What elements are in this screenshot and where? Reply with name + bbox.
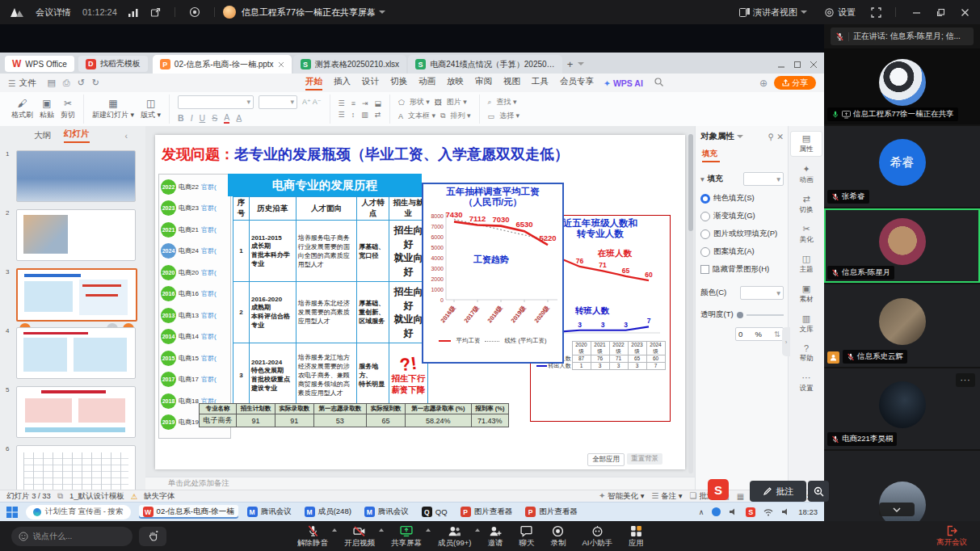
all-apps-button[interactable]: 全部应用 (587, 453, 625, 466)
tab-list-chevron-icon[interactable] (578, 62, 584, 65)
bold-button[interactable]: B (178, 113, 184, 123)
rail-主题[interactable]: ◫主题 (791, 252, 822, 276)
thumbnail-slide-1[interactable]: 1 (16, 150, 136, 202)
fullscreen-button[interactable] (871, 7, 881, 18)
rail-属性[interactable]: ▤属性 (790, 131, 822, 157)
save-icon[interactable]: ▤ (47, 78, 55, 88)
menu-放映[interactable]: 放映 (447, 76, 464, 90)
font-family-select[interactable]: ▾ (178, 95, 254, 109)
menu-动画[interactable]: 动画 (418, 76, 435, 90)
search-icon[interactable] (654, 78, 663, 88)
underline-button[interactable]: U (200, 113, 206, 123)
close-panel-icon[interactable]: ✕ (776, 132, 784, 141)
taskbar-app-图片查看器[interactable]: P图片查看器 (456, 505, 517, 519)
tray-speaker-icon[interactable] (729, 507, 738, 516)
bottom-record-button[interactable]: 录制 (550, 524, 566, 549)
fill-tab[interactable]: 填充 (702, 149, 720, 162)
taskbar-app-QQ[interactable]: QQQ (418, 505, 452, 519)
start-button[interactable] (6, 507, 18, 518)
thumbnail-slide-5[interactable]: 5 (16, 386, 136, 438)
thumbnail-slide-4[interactable]: 4 (16, 327, 136, 379)
docer-template-button[interactable]: D 找稻壳模板 (78, 56, 148, 72)
rail-动画[interactable]: ✦动画 (791, 162, 822, 187)
radio-gradient-fill[interactable]: 渐变填充(G) (700, 211, 784, 221)
thumbnail-slide-3[interactable]: 3▶✦+ (16, 268, 136, 322)
collapse-panel-icon[interactable]: ‹ (125, 131, 128, 141)
align-center-button[interactable]: ☰ (339, 111, 345, 119)
tab-outline[interactable]: 大纲 (34, 130, 51, 141)
columns-button[interactable]: ▥ (361, 111, 368, 119)
speaking-status-bar[interactable]: 正在讲话: 信息系-陈星月; 信... (831, 27, 974, 45)
menu-工具[interactable]: 工具 (532, 76, 549, 90)
bottom-invite-button[interactable]: 邀请 (487, 524, 503, 549)
canvas-scrollbar[interactable] (688, 134, 693, 473)
tray-expand-icon[interactable]: ∧ (699, 508, 705, 516)
document-tab[interactable]: S 测算表格20250210.xlsx (293, 55, 407, 74)
slide-canvas[interactable]: 发现问题：老专业的发展瓶颈（毕业工资、入学意愿双双走低） 2022电商22官群(… (145, 126, 695, 529)
rail-美化[interactable]: ✂美化 (791, 222, 822, 246)
tray-sogou-icon[interactable]: S (746, 507, 755, 517)
template-name[interactable]: 1_默认设计模板 (69, 491, 124, 502)
layout-button[interactable]: ◫版式 ▾ (141, 99, 161, 120)
arrange-button[interactable]: 排列 ▾ (450, 111, 470, 121)
collapse-videos-button[interactable] (879, 503, 915, 516)
rail-素材[interactable]: ▣素材 (791, 282, 822, 306)
line-spacing-button[interactable]: ↕ (351, 111, 355, 119)
thumbnail-image[interactable] (16, 386, 136, 438)
notes-button[interactable]: ☰ 备注 ▾ (652, 491, 683, 502)
taskbar-app-腾讯会议[interactable]: M腾讯会议 (360, 505, 413, 519)
opacity-slider[interactable] (737, 312, 743, 318)
print-icon[interactable]: ⎙ (63, 78, 70, 88)
taskbar-search-box[interactable]: 计划生育 宣传画 - 搜索 (26, 505, 131, 519)
text-direction-button[interactable]: ⇄ (375, 111, 381, 119)
taskbar-app-成员(248)[interactable]: M成员(248) (301, 505, 355, 519)
bottom-camera-off-button[interactable]: 开启视频 (344, 524, 375, 549)
taskbar-clock[interactable]: 18:23 (798, 507, 818, 516)
thumbnail-image[interactable] (16, 150, 136, 202)
panel-expander[interactable]: › (782, 327, 790, 356)
record-indicator-icon[interactable] (189, 6, 200, 18)
tray-shield-icon[interactable] (712, 507, 721, 516)
radio-pattern-fill[interactable]: 图案填充(A) (700, 246, 784, 257)
video-tile-张希睿[interactable]: 希睿张希睿 (824, 126, 980, 207)
view-mode-button[interactable]: 演讲者视图 (739, 6, 807, 19)
menu-审阅[interactable]: 审阅 (475, 76, 492, 90)
find-button[interactable]: 查找 ▾ (497, 97, 517, 107)
color-select[interactable]: ▾ (740, 286, 784, 300)
chat-input[interactable]: 说点什么... (11, 527, 132, 546)
close-tab-icon[interactable] (278, 61, 284, 68)
rail-切换[interactable]: ⇄切换 (791, 192, 822, 217)
rail-帮助[interactable]: ?帮助 (791, 342, 822, 365)
chevron-down-icon[interactable] (737, 135, 743, 138)
emoji-icon[interactable] (19, 532, 28, 541)
bottom-members-button[interactable]: 成员(99+) (438, 524, 471, 549)
menu-设计[interactable]: 设计 (362, 76, 379, 90)
file-menu[interactable]: ☰文件 (8, 78, 36, 89)
highlight-button[interactable]: A̲ (236, 113, 242, 123)
bottom-share-screen-button[interactable]: 共享屏幕 (391, 524, 422, 549)
settings-button[interactable]: 设置 (824, 6, 856, 19)
video-tile-信息工程系77徐一楠正在共享[interactable]: 信息工程系77徐一楠正在共享 (824, 48, 980, 124)
radio-picture-fill[interactable]: 图片或纹理填充(P) (700, 229, 784, 239)
strike-button[interactable]: S (212, 113, 217, 123)
opacity-track[interactable] (747, 314, 784, 316)
menu-开始[interactable]: 开始 (305, 76, 322, 90)
font-color-button[interactable]: A (224, 112, 229, 124)
new-slide-button[interactable]: ▦新建幻灯片 ▾ (92, 99, 134, 120)
chevron-up-icon[interactable] (426, 528, 431, 532)
meeting-detail-button[interactable]: 会议详情 (36, 6, 71, 19)
beautify-button[interactable]: ✦ 智能美化 ▾ (599, 491, 644, 502)
taskbar-app-02-信息系-电商-徐一楠[interactable]: W02-信息系-电商-徐一楠 (139, 505, 238, 519)
paste-button[interactable]: ▣粘贴 (40, 99, 54, 120)
menu-插入[interactable]: 插入 (334, 76, 351, 90)
thumbnail-image[interactable] (16, 327, 136, 379)
maximize-button[interactable] (928, 0, 953, 24)
notes-bar[interactable]: 单击此处添加备注 (145, 477, 695, 490)
wps-close-button[interactable] (810, 61, 818, 69)
wps-minimize-button[interactable] (777, 61, 785, 69)
video-tile-电商221李昊桐[interactable]: 电商221李昊桐··· (824, 368, 980, 449)
share-button[interactable]: 分享 (774, 76, 816, 90)
wps-ai-button[interactable]: ✦WPS AI (604, 78, 643, 88)
rail-设置[interactable]: ⋯设置 (791, 371, 822, 395)
thumbnail-image[interactable] (16, 209, 136, 261)
